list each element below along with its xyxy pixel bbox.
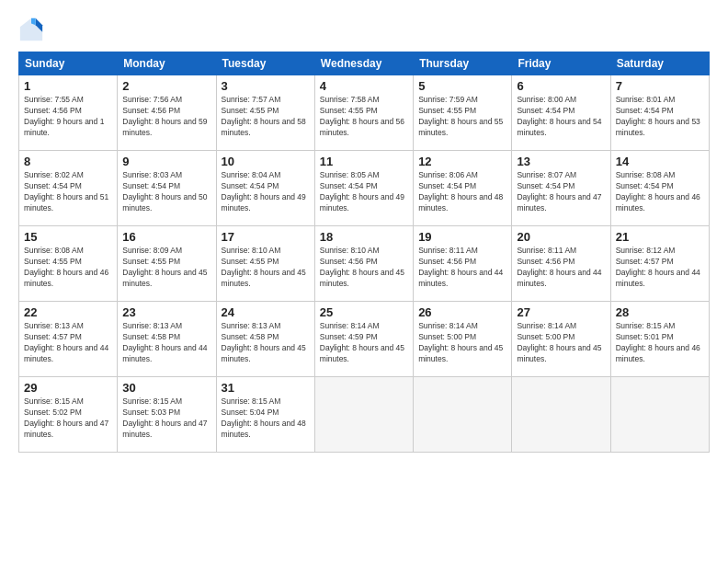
- day-info: Sunrise: 8:15 AMSunset: 5:04 PMDaylight:…: [222, 396, 310, 441]
- calendar-day-cell: 6 Sunrise: 8:00 AMSunset: 4:54 PMDayligh…: [512, 75, 610, 151]
- day-info: Sunrise: 8:04 AMSunset: 4:54 PMDaylight:…: [222, 170, 310, 214]
- day-info: Sunrise: 8:00 AMSunset: 4:54 PMDaylight:…: [517, 95, 605, 139]
- calendar-body: 1 Sunrise: 7:55 AMSunset: 4:56 PMDayligh…: [19, 75, 710, 453]
- day-number: 26: [418, 305, 506, 319]
- day-number: 7: [616, 79, 704, 93]
- day-number: 19: [418, 230, 506, 244]
- calendar-day-cell: 3 Sunrise: 7:57 AMSunset: 4:55 PMDayligh…: [216, 75, 314, 151]
- day-number: 18: [320, 230, 408, 244]
- header: [18, 17, 710, 42]
- day-info: Sunrise: 8:15 AMSunset: 5:02 PMDaylight:…: [24, 396, 112, 441]
- calendar-day-cell: 8 Sunrise: 8:02 AMSunset: 4:54 PMDayligh…: [19, 151, 118, 226]
- day-info: Sunrise: 8:10 AMSunset: 4:55 PMDaylight:…: [222, 246, 310, 290]
- day-info: Sunrise: 8:10 AMSunset: 4:56 PMDaylight:…: [320, 246, 408, 290]
- day-info: Sunrise: 7:59 AMSunset: 4:55 PMDaylight:…: [418, 95, 506, 139]
- day-number: 23: [122, 305, 210, 319]
- day-number: 21: [616, 230, 704, 244]
- calendar-table: SundayMondayTuesdayWednesdayThursdayFrid…: [18, 52, 710, 453]
- day-info: Sunrise: 7:56 AMSunset: 4:56 PMDaylight:…: [122, 95, 210, 139]
- calendar-week-row: 29 Sunrise: 8:15 AMSunset: 5:02 PMDaylig…: [19, 377, 710, 453]
- day-info: Sunrise: 7:55 AMSunset: 4:56 PMDaylight:…: [24, 95, 112, 139]
- day-info: Sunrise: 8:11 AMSunset: 4:56 PMDaylight:…: [418, 246, 506, 290]
- calendar-week-row: 8 Sunrise: 8:02 AMSunset: 4:54 PMDayligh…: [19, 151, 710, 226]
- logo: [18, 17, 48, 42]
- calendar-day-cell: 7 Sunrise: 8:01 AMSunset: 4:54 PMDayligh…: [610, 75, 709, 151]
- day-number: 25: [320, 305, 408, 319]
- calendar-day-cell: 1 Sunrise: 7:55 AMSunset: 4:56 PMDayligh…: [19, 75, 118, 151]
- day-info: Sunrise: 8:09 AMSunset: 4:55 PMDaylight:…: [122, 246, 210, 290]
- day-info: Sunrise: 7:57 AMSunset: 4:55 PMDaylight:…: [222, 95, 310, 139]
- day-info: Sunrise: 8:11 AMSunset: 4:56 PMDaylight:…: [517, 246, 605, 290]
- day-number: 10: [222, 155, 310, 168]
- calendar-day-cell: 20 Sunrise: 8:11 AMSunset: 4:56 PMDaylig…: [512, 226, 610, 302]
- day-info: Sunrise: 8:15 AMSunset: 5:01 PMDaylight:…: [616, 321, 704, 365]
- calendar-day-cell: 4 Sunrise: 7:58 AMSunset: 4:55 PMDayligh…: [314, 75, 413, 151]
- day-info: Sunrise: 8:13 AMSunset: 4:57 PMDaylight:…: [24, 321, 112, 365]
- calendar-day-cell: 14 Sunrise: 8:08 AMSunset: 4:54 PMDaylig…: [610, 151, 709, 226]
- day-number: 6: [517, 79, 605, 93]
- calendar-day-cell: 5 Sunrise: 7:59 AMSunset: 4:55 PMDayligh…: [414, 75, 512, 151]
- day-info: Sunrise: 8:08 AMSunset: 4:54 PMDaylight:…: [616, 170, 704, 214]
- calendar-day-cell: 25 Sunrise: 8:14 AMSunset: 4:59 PMDaylig…: [314, 302, 413, 377]
- day-info: Sunrise: 8:05 AMSunset: 4:54 PMDaylight:…: [320, 170, 408, 214]
- day-number: 2: [122, 79, 210, 93]
- calendar-day-cell: 17 Sunrise: 8:10 AMSunset: 4:55 PMDaylig…: [216, 226, 314, 302]
- calendar-day-cell: 10 Sunrise: 8:04 AMSunset: 4:54 PMDaylig…: [216, 151, 314, 226]
- calendar-day-cell: 31 Sunrise: 8:15 AMSunset: 5:04 PMDaylig…: [216, 377, 314, 453]
- day-info: Sunrise: 8:08 AMSunset: 4:55 PMDaylight:…: [24, 246, 112, 290]
- day-number: 8: [24, 155, 112, 168]
- calendar-day-cell: 13 Sunrise: 8:07 AMSunset: 4:54 PMDaylig…: [512, 151, 610, 226]
- weekday-header-saturday: Saturday: [610, 52, 709, 75]
- calendar-day-cell: 12 Sunrise: 8:06 AMSunset: 4:54 PMDaylig…: [414, 151, 512, 226]
- calendar-day-cell: 22 Sunrise: 8:13 AMSunset: 4:57 PMDaylig…: [19, 302, 118, 377]
- day-number: 16: [122, 230, 210, 244]
- day-info: Sunrise: 8:15 AMSunset: 5:03 PMDaylight:…: [122, 396, 210, 441]
- calendar-day-cell: [512, 377, 610, 453]
- day-number: 24: [222, 305, 310, 319]
- logo-icon: [18, 17, 44, 42]
- day-number: 3: [222, 79, 310, 93]
- day-info: Sunrise: 8:02 AMSunset: 4:54 PMDaylight:…: [24, 170, 112, 214]
- calendar-day-cell: 16 Sunrise: 8:09 AMSunset: 4:55 PMDaylig…: [118, 226, 216, 302]
- day-info: Sunrise: 8:14 AMSunset: 5:00 PMDaylight:…: [418, 321, 506, 365]
- day-number: 12: [418, 155, 506, 168]
- calendar-day-cell: [314, 377, 413, 453]
- calendar-day-cell: 26 Sunrise: 8:14 AMSunset: 5:00 PMDaylig…: [414, 302, 512, 377]
- day-info: Sunrise: 8:13 AMSunset: 4:58 PMDaylight:…: [122, 321, 210, 365]
- calendar-week-row: 1 Sunrise: 7:55 AMSunset: 4:56 PMDayligh…: [19, 75, 710, 151]
- calendar-day-cell: [610, 377, 709, 453]
- day-info: Sunrise: 8:07 AMSunset: 4:54 PMDaylight:…: [517, 170, 605, 214]
- calendar-day-cell: [414, 377, 512, 453]
- day-number: 22: [24, 305, 112, 319]
- day-number: 17: [222, 230, 310, 244]
- calendar-day-cell: 19 Sunrise: 8:11 AMSunset: 4:56 PMDaylig…: [414, 226, 512, 302]
- weekday-header-sunday: Sunday: [19, 52, 118, 75]
- calendar-day-cell: 30 Sunrise: 8:15 AMSunset: 5:03 PMDaylig…: [118, 377, 216, 453]
- calendar-day-cell: 28 Sunrise: 8:15 AMSunset: 5:01 PMDaylig…: [610, 302, 709, 377]
- day-info: Sunrise: 8:01 AMSunset: 4:54 PMDaylight:…: [616, 95, 704, 139]
- day-number: 20: [517, 230, 605, 244]
- calendar-day-cell: 9 Sunrise: 8:03 AMSunset: 4:54 PMDayligh…: [118, 151, 216, 226]
- day-info: Sunrise: 8:14 AMSunset: 4:59 PMDaylight:…: [320, 321, 408, 365]
- calendar-week-row: 15 Sunrise: 8:08 AMSunset: 4:55 PMDaylig…: [19, 226, 710, 302]
- calendar-day-cell: 18 Sunrise: 8:10 AMSunset: 4:56 PMDaylig…: [314, 226, 413, 302]
- calendar-day-cell: 11 Sunrise: 8:05 AMSunset: 4:54 PMDaylig…: [314, 151, 413, 226]
- weekday-header-monday: Monday: [118, 52, 216, 75]
- day-number: 15: [24, 230, 112, 244]
- day-info: Sunrise: 8:14 AMSunset: 5:00 PMDaylight:…: [517, 321, 605, 365]
- day-info: Sunrise: 8:13 AMSunset: 4:58 PMDaylight:…: [222, 321, 310, 365]
- day-info: Sunrise: 8:12 AMSunset: 4:57 PMDaylight:…: [616, 246, 704, 290]
- day-info: Sunrise: 7:58 AMSunset: 4:55 PMDaylight:…: [320, 95, 408, 139]
- calendar-day-cell: 27 Sunrise: 8:14 AMSunset: 5:00 PMDaylig…: [512, 302, 610, 377]
- weekday-header-thursday: Thursday: [414, 52, 512, 75]
- day-number: 27: [517, 305, 605, 319]
- day-number: 28: [616, 305, 704, 319]
- day-info: Sunrise: 8:06 AMSunset: 4:54 PMDaylight:…: [418, 170, 506, 214]
- calendar-header-row: SundayMondayTuesdayWednesdayThursdayFrid…: [19, 52, 710, 75]
- day-number: 9: [122, 155, 210, 168]
- weekday-header-friday: Friday: [512, 52, 610, 75]
- day-number: 31: [222, 381, 310, 395]
- calendar-week-row: 22 Sunrise: 8:13 AMSunset: 4:57 PMDaylig…: [19, 302, 710, 377]
- day-number: 5: [418, 79, 506, 93]
- day-number: 1: [24, 79, 112, 93]
